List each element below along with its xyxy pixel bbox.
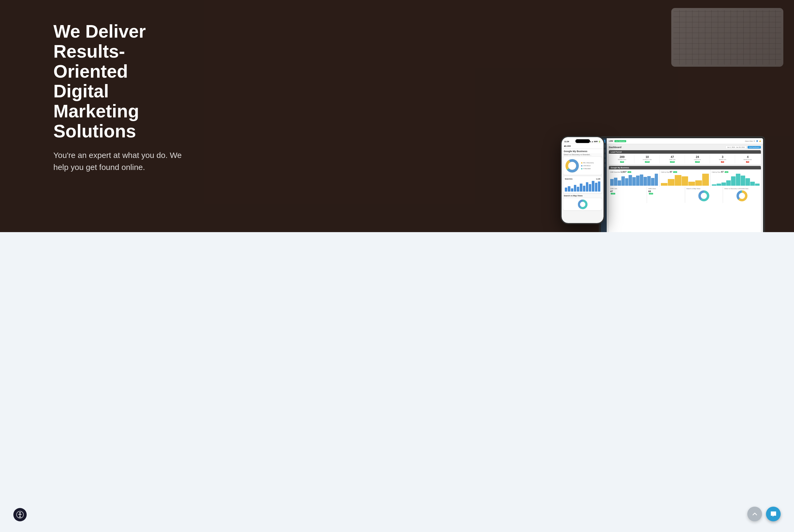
bar [598, 182, 600, 192]
phone-mockup: 11:34 ▲▲▲ WiFi 🔋 ◀ LMM Google My Busines… [561, 136, 605, 224]
calls-by-day-value: 47 [670, 170, 672, 173]
lead-funnel-section: Lead Funnel 289 Website Visits +45% 10 [609, 150, 761, 165]
map-donut-svg [572, 199, 593, 209]
dashboard-logo: LMM [609, 140, 613, 142]
visits-label: Website Visits [610, 159, 634, 160]
topbar-right: Adam Allen ▼ 👤 🔔 [745, 140, 761, 142]
bar [583, 186, 585, 192]
dashboard-main: LMM Your Dashboard Adam Allen ▼ 👤 🔔 [607, 138, 763, 232]
gmb-bar [682, 176, 688, 186]
gmb-bar [640, 174, 643, 186]
phone-screen: 11:34 ▲▲▲ WiFi 🔋 ◀ LMM Google My Busines… [562, 137, 604, 223]
bottom-section [0, 232, 794, 259]
metric-lead-forms: 24 Lead Forms +115% [685, 155, 710, 163]
gmb-calls-big-badge: +100% [611, 193, 615, 194]
gmb-searches-value: 1,627 [621, 170, 627, 173]
dashboard-page-title: Dashboard [609, 146, 621, 149]
hero-section: We Deliver Results-Oriented Digital Mark… [0, 0, 794, 232]
gmb-searches-badge: +11% [627, 171, 631, 173]
searches-bar-chart [565, 181, 600, 192]
branded-label: 5 Branded [583, 167, 591, 170]
gmb-bar [668, 179, 675, 186]
gmb-bar [618, 180, 621, 186]
hero-subtitle: You're an expert at what you do. We help… [53, 149, 187, 173]
gmb-section-header: Google My Business [609, 166, 761, 169]
date-picker[interactable]: Jun 1, 2019 - Jun 30, 2019 [725, 146, 746, 149]
bar [565, 188, 567, 192]
gmb-calls-cell: GMB Calls 47 +100% [609, 187, 647, 203]
calls-by-day-badge: +44% [673, 171, 677, 173]
gmb-searches-title: GMB Searches 1,627 +11% [610, 170, 658, 173]
bar [568, 186, 570, 192]
phone-time: 11:34 [564, 140, 569, 142]
gmb-bar [726, 180, 731, 186]
keyboard-decoration [671, 8, 783, 67]
gmb-calls-big-value: 47 [610, 190, 645, 193]
phone-section-label: Direct vs Discovery vs Branded... [562, 153, 604, 156]
mobile-calls-value: 3 [711, 155, 734, 158]
bar [577, 187, 579, 192]
gmb-bar [688, 182, 695, 186]
gmb-bar [721, 183, 726, 186]
metric-gmb-calls: 47 GMB Calls +100% [660, 155, 685, 163]
gmb-section: Google My Business GMB Searches 1,627 +1… [609, 166, 761, 232]
gmb-bottom-grid: GMB Calls 47 +100% GMB Clicks 68 +100% [609, 187, 761, 203]
gmb-bar [736, 174, 740, 186]
gmb-bar [755, 184, 760, 186]
gmb-bar [632, 177, 636, 186]
gmb-searches-cell: GMB Searches 1,627 +11% [609, 169, 659, 187]
search-map-views-cell: Search vs Map Views [685, 187, 723, 203]
mobile-emails-label: Mobile Emails [736, 159, 759, 160]
gmb-bar [644, 177, 647, 186]
gmb-calls-title: GMB Calls [610, 188, 645, 189]
hero-content: We Deliver Results-Oriented Digital Mark… [0, 0, 187, 189]
bar [595, 183, 598, 192]
bar [571, 188, 573, 192]
bar [574, 185, 576, 192]
calls-by-day-chart [661, 174, 708, 186]
gmb-bar [636, 175, 640, 186]
bar [586, 182, 588, 192]
gmb-calls-label: GMB Calls [661, 159, 684, 160]
gmb-bar [731, 176, 736, 186]
calls-by-day-title: Calls by Day 47 +44% [661, 170, 708, 173]
lead-forms-label: Lead Forms [686, 159, 709, 160]
donut-legend: 96.1 Discovery 149 Direct 5 Branded [581, 162, 594, 170]
gmb-clicks-title: GMB Clicks [648, 188, 683, 189]
gmb-bar [741, 175, 745, 186]
mobile-calls-badge: -3% [721, 161, 724, 163]
direct-label: 149 Direct [583, 164, 590, 167]
direct-discovery-donut-svg [735, 189, 749, 203]
metric-mobile-calls: 3 Mobile Calls -3% [711, 155, 735, 163]
gmb-bar [675, 175, 681, 186]
phone-app-header: ◀ LMM [562, 144, 604, 149]
bar [580, 184, 582, 192]
mobile-calls-label: Mobile Calls [711, 159, 734, 160]
phone-donut-area: 96.1 Discovery 149 Direct 5 Branded [563, 157, 602, 175]
gmb-bar [621, 176, 625, 186]
gmb-clicks-badge: +100% [649, 193, 654, 194]
metrics-row: 289 Website Visits +45% 10 At-Phone Call… [609, 154, 761, 165]
edit-dashboard-button[interactable]: Edit Dashboard [748, 146, 761, 149]
mobile-emails-badge: -3% [746, 161, 749, 163]
direct-discovery-donut [724, 190, 760, 202]
gmb-bar [655, 174, 658, 186]
visits-value: 289 [610, 155, 634, 158]
phone-searches-area: Searches 1,116 [563, 176, 602, 193]
metric-website-visits: 289 Website Visits +45% [610, 155, 635, 163]
bar [589, 184, 591, 192]
gmb-searches-chart [610, 174, 658, 186]
metric-mobile-emails: 4 Mobile Emails -3% [736, 155, 760, 163]
lead-forms-value: 24 [686, 155, 709, 158]
direct-discovery-cell: Direct vs Discovery vs Branded Sear... [723, 187, 761, 203]
dashboard-badge: Your Dashboard [615, 140, 626, 142]
dashboard-topbar: LMM Your Dashboard Adam Allen ▼ 👤 🔔 [607, 138, 763, 144]
phone-map-label: Search vs Map Views [562, 194, 604, 197]
gmb-bar [695, 180, 702, 186]
phone-gmb-label: Google My Business [562, 149, 604, 153]
calls-by-day-cell: Calls by Day 47 +44% [660, 169, 710, 187]
gmb-bar [717, 184, 721, 186]
calls-by-hour-title: Calls by Hour 47 +44% [712, 170, 760, 173]
dashboard-content: Dashboard Jun 1, 2019 - Jun 30, 2019 Edi… [607, 144, 763, 232]
gmb-bar [745, 178, 750, 186]
